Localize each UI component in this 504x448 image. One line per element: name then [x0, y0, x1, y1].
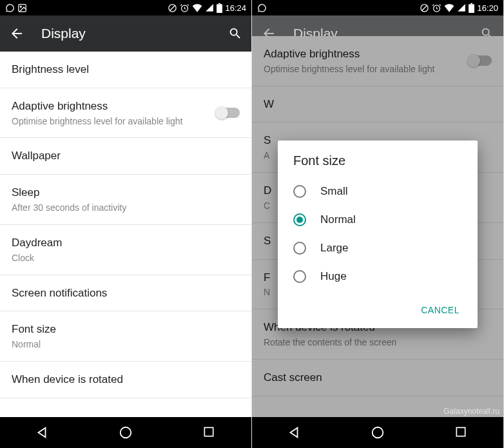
search-icon — [480, 26, 494, 41]
svg-line-3 — [170, 5, 175, 10]
cancel-button[interactable]: CANCEL — [413, 300, 467, 320]
adaptive-brightness-switch — [469, 55, 492, 66]
svg-rect-13 — [470, 3, 472, 5]
search-icon[interactable] — [228, 26, 242, 41]
settings-list: Brightness level Adaptive brightness Opt… — [0, 52, 251, 417]
item-daydream[interactable]: Daydream Clock — [0, 225, 251, 275]
nav-home-icon[interactable] — [371, 425, 385, 440]
radio-option-small[interactable]: Small — [278, 177, 478, 206]
dialog-title: Font size — [278, 153, 478, 177]
svg-rect-5 — [217, 4, 222, 13]
svg-point-14 — [373, 427, 383, 438]
radio-icon — [293, 242, 306, 255]
item-wallpaper[interactable]: Wallpaper — [0, 138, 251, 175]
clock-time: 16:20 — [477, 3, 498, 13]
toolbar-title: Display — [293, 26, 480, 41]
wifi-icon — [192, 3, 202, 12]
radio-icon — [293, 213, 306, 226]
svg-rect-12 — [469, 4, 474, 13]
alarm-icon — [180, 3, 189, 13]
battery-icon — [217, 3, 222, 13]
radio-icon — [293, 185, 306, 198]
radio-option-huge[interactable]: Huge — [278, 262, 478, 291]
image-icon — [17, 3, 27, 13]
item-adaptive-brightness[interactable]: Adaptive brightness Optimise brightness … — [0, 88, 251, 139]
nav-recent-icon[interactable] — [202, 425, 217, 440]
nav-recent-icon[interactable] — [454, 425, 469, 440]
svg-rect-6 — [218, 3, 220, 5]
dialog-overlay: Font size Small Normal Large Huge CANCEL — [252, 52, 503, 417]
signal-icon — [457, 3, 466, 12]
radio-icon — [293, 270, 306, 283]
nav-back-icon[interactable] — [35, 425, 49, 440]
wifi-icon — [444, 3, 454, 12]
item-brightness-level[interactable]: Brightness level — [0, 52, 251, 88]
radio-option-normal[interactable]: Normal — [278, 206, 478, 234]
battery-icon — [469, 3, 474, 13]
svg-line-10 — [422, 5, 427, 10]
svg-point-7 — [121, 427, 131, 438]
list-item: W — [252, 86, 503, 123]
nav-home-icon[interactable] — [119, 425, 133, 440]
status-bar: 16:20 — [252, 0, 503, 15]
toolbar-title: Display — [41, 26, 228, 41]
phone-left: 16:24 Display Brightness level Adaptive … — [0, 0, 252, 448]
item-font-size[interactable]: Font size Normal — [0, 311, 251, 362]
watermark: Galaxynoteall.ru — [443, 407, 499, 416]
clock-time: 16:24 — [225, 3, 246, 13]
item-screen-notifications[interactable]: Screen notifications — [0, 275, 251, 312]
no-entry-icon — [420, 3, 429, 13]
svg-rect-8 — [204, 427, 213, 436]
status-bar: 16:24 — [0, 0, 251, 15]
phone-right: 16:20 Display Adaptive brightness Optimi… — [252, 0, 504, 448]
svg-rect-15 — [456, 427, 465, 436]
item-rotation[interactable]: When device is rotated — [0, 362, 251, 398]
no-entry-icon — [168, 3, 177, 13]
radio-option-large[interactable]: Large — [278, 234, 478, 262]
back-icon[interactable] — [9, 26, 24, 41]
alarm-icon — [432, 3, 441, 13]
item-cast-screen: Cast screen — [252, 360, 503, 396]
back-icon — [261, 26, 276, 41]
toolbar: Display — [0, 15, 251, 52]
nav-back-icon[interactable] — [287, 425, 301, 440]
adaptive-brightness-switch[interactable] — [217, 108, 240, 118]
font-size-dialog: Font size Small Normal Large Huge CANCEL — [278, 141, 478, 328]
nav-bar — [0, 417, 251, 448]
whatsapp-icon — [257, 3, 267, 13]
whatsapp-icon — [5, 3, 15, 13]
nav-bar — [252, 417, 503, 448]
svg-point-1 — [20, 6, 21, 7]
item-sleep[interactable]: Sleep After 30 seconds of inactivity — [0, 175, 251, 225]
signal-icon — [205, 3, 214, 12]
toolbar: Display — [252, 15, 503, 52]
